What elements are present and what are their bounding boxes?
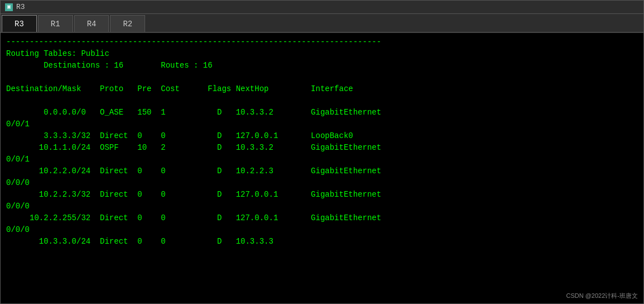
tab-R2[interactable]: R2 — [110, 15, 145, 32]
tabs-bar: R3 R1 R4 R2 — [1, 14, 643, 33]
main-window: ▣ R3 R3 R1 R4 R2 -----------------------… — [0, 0, 644, 304]
tab-R3[interactable]: R3 — [2, 15, 37, 32]
terminal-area[interactable]: ----------------------------------------… — [1, 33, 643, 303]
tab-R1[interactable]: R1 — [38, 15, 73, 32]
title-bar: ▣ R3 — [1, 1, 643, 14]
terminal-output: ----------------------------------------… — [6, 36, 638, 248]
window-title: R3 — [16, 3, 25, 11]
watermark-label: CSDN @2022计科-班唐文 — [566, 291, 638, 301]
tab-R4[interactable]: R4 — [74, 15, 109, 32]
app-icon: ▣ — [5, 3, 13, 11]
